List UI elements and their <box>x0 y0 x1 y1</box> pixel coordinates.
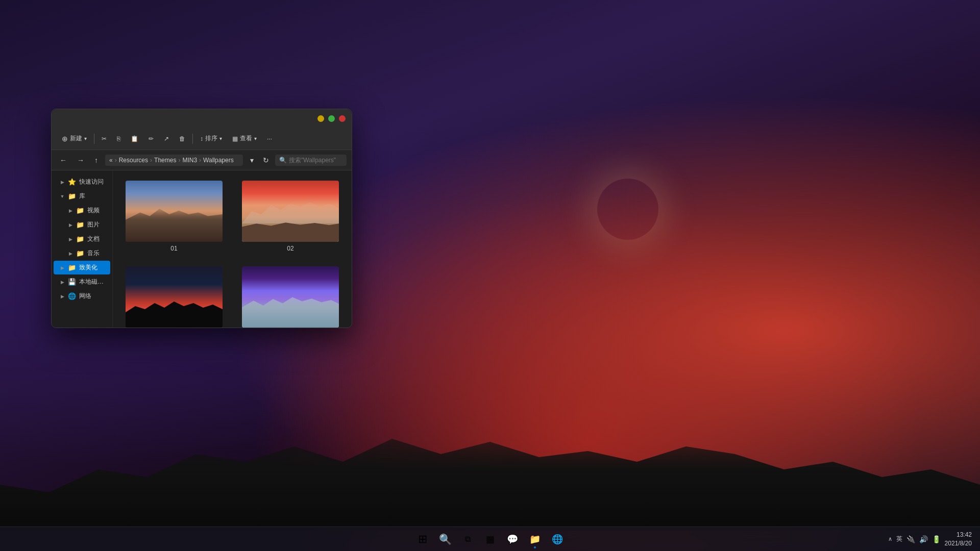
new-button[interactable]: ⊕ 新建 ▾ <box>58 132 91 145</box>
beautify-icon: 📁 <box>68 264 76 271</box>
copy-icon: ⎘ <box>117 135 120 142</box>
refresh-button[interactable]: ↻ <box>261 154 271 166</box>
more-button[interactable]: ··· <box>263 133 276 144</box>
sidebar-item-videos[interactable]: ▶ 📁 视频 <box>54 204 110 217</box>
file-thumbnail-02 <box>242 181 339 242</box>
address-bar: ← → ↑ « › Resources › Themes › MIN3 › Wa… <box>52 150 352 170</box>
task-view-button[interactable]: ⧉ <box>457 529 478 549</box>
file-item-04[interactable]: 04 <box>237 264 344 328</box>
local-disk-icon: 💾 <box>68 278 76 286</box>
separator-2 <box>192 134 193 144</box>
documents-icon: 📁 <box>76 235 84 243</box>
new-icon: ⊕ <box>62 135 68 143</box>
file-thumbnail-04 <box>242 266 339 328</box>
breadcrumb-wallpapers[interactable]: Wallpapers <box>203 157 234 164</box>
music-icon: 📁 <box>76 249 84 257</box>
sidebar-item-local-disk[interactable]: ▶ 💾 本地磁盘 (D:) <box>54 275 110 289</box>
sort-button[interactable]: ↕ 排序 ▾ <box>196 132 226 145</box>
file-item-01[interactable]: 01 <box>121 179 227 254</box>
view-button[interactable]: ▦ 查看 ▾ <box>228 132 261 145</box>
expand-icon: ▶ <box>60 294 65 299</box>
paste-button[interactable]: 📋 <box>127 133 142 144</box>
sidebar: ▶ ⭐ 快速访问 ▼ 📁 库 ▶ 📁 视频 ▶ 📁 图片 ▶ 📁 <box>52 170 113 328</box>
clock-time: 13:42 <box>945 531 972 539</box>
battery-icon[interactable]: 🔋 <box>932 535 941 543</box>
sidebar-item-network[interactable]: ▶ 🌐 网络 <box>54 289 110 303</box>
breadcrumb-resources[interactable]: Resources <box>119 157 148 164</box>
expand-path-button[interactable]: ▾ <box>247 154 257 166</box>
taskbar-right: ∧ 英 🔌 🔊 🔋 13:42 2021/8/20 <box>888 531 972 548</box>
delete-button[interactable]: 🗑 <box>175 133 189 144</box>
file-grid: 01 02 03 04 <box>113 170 352 328</box>
maximize-button[interactable] <box>328 115 335 122</box>
main-content: ▶ ⭐ 快速访问 ▼ 📁 库 ▶ 📁 视频 ▶ 📁 图片 ▶ 📁 <box>52 170 352 328</box>
search-box[interactable]: 🔍 <box>275 155 347 166</box>
rename-button[interactable]: ✏ <box>144 133 158 144</box>
title-bar-buttons <box>317 115 346 122</box>
library-icon: 📁 <box>68 192 76 200</box>
cut-icon: ✂ <box>102 135 107 142</box>
widgets-button[interactable]: ▦ <box>480 529 500 549</box>
chat-button[interactable]: 💬 <box>502 529 523 549</box>
network-icon[interactable]: 🔌 <box>906 535 915 543</box>
breadcrumb: « › Resources › Themes › MIN3 › Wallpape… <box>105 155 243 166</box>
file-name-02: 02 <box>287 245 293 252</box>
sidebar-item-documents[interactable]: ▶ 📁 文档 <box>54 232 110 246</box>
paste-icon: 📋 <box>131 135 138 142</box>
file-item-02[interactable]: 02 <box>237 179 344 254</box>
expand-icon: ▼ <box>60 194 65 199</box>
explorer-window: ⊕ 新建 ▾ ✂ ⎘ 📋 ✏ ↗ 🗑 ↕ 排序 ▾ ▦ 查看 <box>51 109 352 328</box>
taskbar: ⊞ 🔍 ⧉ ▦ 💬 📁 🌐 ∧ 英 🔌 🔊 🔋 13:42 2021/8/20 <box>0 527 980 551</box>
expand-icon: ▶ <box>60 280 65 285</box>
expand-icon: ▶ <box>60 265 65 270</box>
clock-date: 2021/8/20 <box>945 539 972 548</box>
view-icon: ▦ <box>232 135 238 142</box>
search-button[interactable]: 🔍 <box>435 529 455 549</box>
videos-icon: 📁 <box>76 207 84 214</box>
share-button[interactable]: ↗ <box>160 133 173 144</box>
lang-indicator[interactable]: 英 <box>896 535 902 543</box>
back-button[interactable]: ← <box>57 154 70 166</box>
sidebar-item-pictures[interactable]: ▶ 📁 图片 <box>54 218 110 232</box>
tray-chevron[interactable]: ∧ <box>888 536 892 542</box>
delete-icon: 🗑 <box>179 135 185 142</box>
title-bar <box>52 109 352 128</box>
minimize-button[interactable] <box>317 115 324 122</box>
file-thumbnail-01 <box>126 181 223 242</box>
expand-icon: ▶ <box>68 237 73 242</box>
up-button[interactable]: ↑ <box>91 154 101 166</box>
edge-app-button[interactable]: 🌐 <box>547 529 568 549</box>
copy-button[interactable]: ⎘ <box>113 133 125 144</box>
pictures-icon: 📁 <box>76 221 84 229</box>
forward-button[interactable]: → <box>74 154 87 166</box>
sidebar-item-quick-access[interactable]: ▶ ⭐ 快速访问 <box>54 175 110 189</box>
file-thumbnail-03 <box>126 266 223 328</box>
start-button[interactable]: ⊞ <box>412 529 433 549</box>
sidebar-item-library[interactable]: ▼ 📁 库 <box>54 189 110 203</box>
file-item-03[interactable]: 03 <box>121 264 227 328</box>
breadcrumb-root[interactable]: « <box>109 157 113 164</box>
explorer-app-button[interactable]: 📁 <box>525 529 545 549</box>
clock[interactable]: 13:42 2021/8/20 <box>945 531 972 548</box>
sidebar-item-beautify[interactable]: ▶ 📁 致美化 <box>54 261 110 274</box>
sidebar-item-music[interactable]: ▶ 📁 音乐 <box>54 246 110 260</box>
moon-glow <box>597 179 658 240</box>
search-icon: 🔍 <box>279 157 287 164</box>
sort-icon: ↕ <box>200 135 203 142</box>
separator-1 <box>94 134 94 144</box>
cut-button[interactable]: ✂ <box>97 133 111 144</box>
close-button[interactable] <box>339 115 346 122</box>
expand-icon: ▶ <box>60 180 65 185</box>
network-icon: 🌐 <box>68 292 76 300</box>
breadcrumb-themes[interactable]: Themes <box>154 157 176 164</box>
share-icon: ↗ <box>164 135 169 142</box>
breadcrumb-min3[interactable]: MIN3 <box>182 157 197 164</box>
toolbar: ⊕ 新建 ▾ ✂ ⎘ 📋 ✏ ↗ 🗑 ↕ 排序 ▾ ▦ 查看 <box>52 128 352 150</box>
system-tray: ∧ 英 🔌 🔊 🔋 <box>888 535 941 543</box>
volume-icon[interactable]: 🔊 <box>919 535 928 543</box>
rename-icon: ✏ <box>149 135 154 142</box>
expand-icon: ▶ <box>68 208 73 213</box>
expand-icon: ▶ <box>68 222 73 228</box>
search-input[interactable] <box>289 157 342 164</box>
taskbar-center: ⊞ 🔍 ⧉ ▦ 💬 📁 🌐 <box>412 529 568 549</box>
